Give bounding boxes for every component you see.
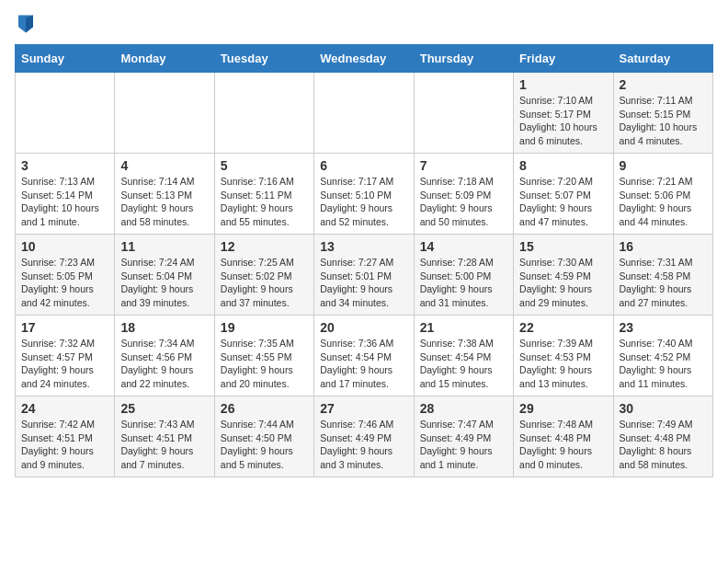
day-number: 22 — [519, 320, 607, 335]
day-cell: 13Sunrise: 7:27 AM Sunset: 5:01 PM Dayli… — [314, 235, 414, 316]
day-number: 3 — [21, 158, 108, 173]
day-number: 23 — [620, 320, 707, 335]
day-cell: 10Sunrise: 7:23 AM Sunset: 5:05 PM Dayli… — [16, 235, 115, 316]
day-number: 21 — [420, 320, 507, 335]
day-number: 14 — [420, 239, 507, 254]
header-cell-monday: Monday — [115, 45, 214, 73]
day-number: 19 — [221, 320, 308, 335]
header-cell-wednesday: Wednesday — [314, 45, 414, 73]
day-info: Sunrise: 7:24 AM Sunset: 5:04 PM Dayligh… — [120, 256, 208, 310]
day-number: 4 — [120, 158, 208, 173]
day-cell: 26Sunrise: 7:44 AM Sunset: 4:50 PM Dayli… — [214, 396, 313, 477]
day-cell: 27Sunrise: 7:46 AM Sunset: 4:49 PM Dayli… — [314, 396, 414, 477]
page-header — [15, 15, 713, 33]
day-info: Sunrise: 7:49 AM Sunset: 4:48 PM Dayligh… — [620, 418, 707, 472]
day-info: Sunrise: 7:46 AM Sunset: 4:49 PM Dayligh… — [320, 418, 407, 472]
day-info: Sunrise: 7:13 AM Sunset: 5:14 PM Dayligh… — [21, 175, 108, 229]
day-cell: 25Sunrise: 7:43 AM Sunset: 4:51 PM Dayli… — [115, 396, 214, 477]
day-number: 30 — [620, 401, 707, 416]
header-cell-tuesday: Tuesday — [214, 45, 313, 73]
day-cell: 14Sunrise: 7:28 AM Sunset: 5:00 PM Dayli… — [414, 235, 513, 316]
day-number: 16 — [620, 239, 707, 254]
header-cell-thursday: Thursday — [414, 45, 513, 73]
day-info: Sunrise: 7:20 AM Sunset: 5:07 PM Dayligh… — [519, 175, 607, 229]
header-row: SundayMondayTuesdayWednesdayThursdayFrid… — [16, 45, 713, 73]
calendar-table: SundayMondayTuesdayWednesdayThursdayFrid… — [15, 44, 713, 477]
day-info: Sunrise: 7:42 AM Sunset: 4:51 PM Dayligh… — [21, 418, 108, 472]
day-cell: 3Sunrise: 7:13 AM Sunset: 5:14 PM Daylig… — [16, 154, 115, 235]
day-number: 18 — [120, 320, 208, 335]
day-cell — [214, 73, 313, 154]
logo — [15, 15, 33, 33]
day-cell: 12Sunrise: 7:25 AM Sunset: 5:02 PM Dayli… — [214, 235, 313, 316]
day-cell: 29Sunrise: 7:48 AM Sunset: 4:48 PM Dayli… — [514, 396, 613, 477]
day-number: 28 — [420, 401, 507, 416]
svg-marker-1 — [26, 15, 33, 32]
day-number: 17 — [21, 320, 108, 335]
day-info: Sunrise: 7:44 AM Sunset: 4:50 PM Dayligh… — [221, 418, 308, 472]
day-cell: 18Sunrise: 7:34 AM Sunset: 4:56 PM Dayli… — [115, 316, 214, 396]
day-info: Sunrise: 7:38 AM Sunset: 4:54 PM Dayligh… — [420, 337, 507, 391]
day-number: 20 — [320, 320, 407, 335]
day-info: Sunrise: 7:14 AM Sunset: 5:13 PM Dayligh… — [120, 175, 208, 229]
day-info: Sunrise: 7:17 AM Sunset: 5:10 PM Dayligh… — [320, 175, 407, 229]
day-cell: 5Sunrise: 7:16 AM Sunset: 5:11 PM Daylig… — [214, 154, 313, 235]
day-info: Sunrise: 7:31 AM Sunset: 4:58 PM Dayligh… — [620, 256, 707, 310]
week-row-3: 17Sunrise: 7:32 AM Sunset: 4:57 PM Dayli… — [16, 316, 713, 396]
day-info: Sunrise: 7:39 AM Sunset: 4:53 PM Dayligh… — [519, 337, 607, 391]
day-cell: 23Sunrise: 7:40 AM Sunset: 4:52 PM Dayli… — [613, 316, 712, 396]
day-cell: 8Sunrise: 7:20 AM Sunset: 5:07 PM Daylig… — [514, 154, 613, 235]
day-cell — [115, 73, 214, 154]
day-number: 5 — [221, 158, 308, 173]
day-cell: 20Sunrise: 7:36 AM Sunset: 4:54 PM Dayli… — [314, 316, 414, 396]
day-cell: 16Sunrise: 7:31 AM Sunset: 4:58 PM Dayli… — [613, 235, 712, 316]
day-number: 12 — [221, 239, 308, 254]
day-number: 11 — [120, 239, 208, 254]
day-number: 10 — [21, 239, 108, 254]
day-info: Sunrise: 7:47 AM Sunset: 4:49 PM Dayligh… — [420, 418, 507, 472]
day-info: Sunrise: 7:23 AM Sunset: 5:05 PM Dayligh… — [21, 256, 108, 310]
day-number: 8 — [519, 158, 607, 173]
day-info: Sunrise: 7:30 AM Sunset: 4:59 PM Dayligh… — [519, 256, 607, 310]
day-number: 7 — [420, 158, 507, 173]
day-cell — [314, 73, 414, 154]
day-number: 15 — [519, 239, 607, 254]
day-cell: 15Sunrise: 7:30 AM Sunset: 4:59 PM Dayli… — [514, 235, 613, 316]
day-info: Sunrise: 7:16 AM Sunset: 5:11 PM Dayligh… — [221, 175, 308, 229]
header-cell-friday: Friday — [514, 45, 613, 73]
day-info: Sunrise: 7:32 AM Sunset: 4:57 PM Dayligh… — [21, 337, 108, 391]
day-info: Sunrise: 7:27 AM Sunset: 5:01 PM Dayligh… — [320, 256, 407, 310]
day-number: 6 — [320, 158, 407, 173]
day-info: Sunrise: 7:10 AM Sunset: 5:17 PM Dayligh… — [519, 94, 607, 148]
day-info: Sunrise: 7:40 AM Sunset: 4:52 PM Dayligh… — [620, 337, 707, 391]
logo-icon — [18, 15, 33, 33]
day-info: Sunrise: 7:11 AM Sunset: 5:15 PM Dayligh… — [620, 94, 707, 148]
day-number: 9 — [620, 158, 707, 173]
header-cell-saturday: Saturday — [613, 45, 712, 73]
day-cell — [16, 73, 115, 154]
week-row-2: 10Sunrise: 7:23 AM Sunset: 5:05 PM Dayli… — [16, 235, 713, 316]
day-number: 27 — [320, 401, 407, 416]
day-number: 13 — [320, 239, 407, 254]
day-cell: 24Sunrise: 7:42 AM Sunset: 4:51 PM Dayli… — [16, 396, 115, 477]
week-row-1: 3Sunrise: 7:13 AM Sunset: 5:14 PM Daylig… — [16, 154, 713, 235]
day-cell: 19Sunrise: 7:35 AM Sunset: 4:55 PM Dayli… — [214, 316, 313, 396]
day-info: Sunrise: 7:21 AM Sunset: 5:06 PM Dayligh… — [620, 175, 707, 229]
day-cell: 9Sunrise: 7:21 AM Sunset: 5:06 PM Daylig… — [613, 154, 712, 235]
day-cell: 7Sunrise: 7:18 AM Sunset: 5:09 PM Daylig… — [414, 154, 513, 235]
day-cell: 22Sunrise: 7:39 AM Sunset: 4:53 PM Dayli… — [514, 316, 613, 396]
day-cell: 21Sunrise: 7:38 AM Sunset: 4:54 PM Dayli… — [414, 316, 513, 396]
day-cell: 28Sunrise: 7:47 AM Sunset: 4:49 PM Dayli… — [414, 396, 513, 477]
day-number: 2 — [620, 77, 707, 92]
week-row-4: 24Sunrise: 7:42 AM Sunset: 4:51 PM Dayli… — [16, 396, 713, 477]
day-number: 24 — [21, 401, 108, 416]
day-info: Sunrise: 7:35 AM Sunset: 4:55 PM Dayligh… — [221, 337, 308, 391]
day-cell: 2Sunrise: 7:11 AM Sunset: 5:15 PM Daylig… — [613, 73, 712, 154]
day-number: 26 — [221, 401, 308, 416]
week-row-0: 1Sunrise: 7:10 AM Sunset: 5:17 PM Daylig… — [16, 73, 713, 154]
day-cell — [414, 73, 513, 154]
day-info: Sunrise: 7:36 AM Sunset: 4:54 PM Dayligh… — [320, 337, 407, 391]
day-number: 25 — [120, 401, 208, 416]
day-number: 29 — [519, 401, 607, 416]
day-cell: 11Sunrise: 7:24 AM Sunset: 5:04 PM Dayli… — [115, 235, 214, 316]
